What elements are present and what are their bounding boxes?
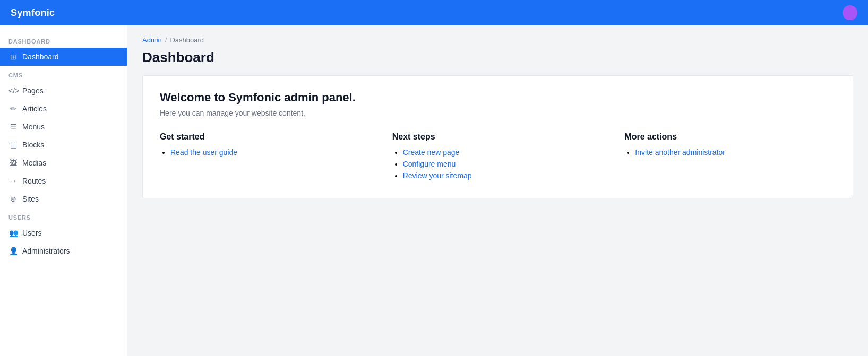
medias-icon: 🖼 xyxy=(8,159,18,167)
welcome-columns: Get startedRead the user guideNext steps… xyxy=(160,132,836,183)
sidebar-item-sites[interactable]: ⊛Sites xyxy=(0,190,127,208)
sites-icon: ⊛ xyxy=(8,195,18,203)
column-get-started: Get startedRead the user guide xyxy=(160,132,371,183)
sidebar-section-dashboard: DASHBOARD xyxy=(0,32,127,48)
pages-icon: </> xyxy=(8,86,18,95)
list-item: Configure menu xyxy=(403,160,604,168)
blocks-icon: ▦ xyxy=(8,141,18,149)
navbar: Symfonic xyxy=(0,0,868,25)
users-icon: 👥 xyxy=(8,229,18,237)
sidebar-item-pages[interactable]: </>Pages xyxy=(0,82,127,100)
welcome-card: Welcome to Symfonic admin panel. Here yo… xyxy=(142,75,853,198)
sidebar-item-medias[interactable]: 🖼Medias xyxy=(0,154,127,172)
main-content: Admin / Dashboard Dashboard Welcome to S… xyxy=(127,25,868,356)
breadcrumb-admin-link[interactable]: Admin xyxy=(142,36,162,44)
welcome-title: Welcome to Symfonic admin panel. xyxy=(160,91,836,105)
list-item: Review your sitemap xyxy=(403,171,604,180)
breadcrumb-separator: / xyxy=(165,36,167,44)
link-configure-menu[interactable]: Configure menu xyxy=(403,160,456,168)
sidebar-label-pages: Pages xyxy=(22,86,44,95)
column-next-steps: Next stepsCreate new pageConfigure menuR… xyxy=(392,132,604,183)
link-read-the-user-guide[interactable]: Read the user guide xyxy=(170,148,237,157)
layout: DASHBOARD⊞DashboardCMS</>Pages✏Articles☰… xyxy=(0,25,868,356)
sidebar-label-dashboard: Dashboard xyxy=(22,53,59,61)
column-more-actions: More actionsInvite another administrator xyxy=(624,132,836,183)
sidebar-label-blocks: Blocks xyxy=(22,141,44,149)
app-brand: Symfonic xyxy=(11,7,55,19)
breadcrumb: Admin / Dashboard xyxy=(142,36,853,44)
column-list-next-steps: Create new pageConfigure menuReview your… xyxy=(392,148,604,180)
link-create-new-page[interactable]: Create new page xyxy=(403,148,460,157)
sidebar-label-menus: Menus xyxy=(22,123,45,131)
sidebar-item-administrators[interactable]: 👤Administrators xyxy=(0,242,127,260)
administrators-icon: 👤 xyxy=(8,247,18,255)
sidebar-label-users: Users xyxy=(22,229,42,237)
articles-icon: ✏ xyxy=(8,105,18,113)
sidebar-item-menus[interactable]: ☰Menus xyxy=(0,118,127,136)
column-heading-get-started: Get started xyxy=(160,132,371,142)
sidebar-section-users: USERS xyxy=(0,208,127,224)
routes-icon: ↔ xyxy=(8,177,18,185)
sidebar-label-medias: Medias xyxy=(22,159,46,167)
sidebar: DASHBOARD⊞DashboardCMS</>Pages✏Articles☰… xyxy=(0,25,127,356)
sidebar-section-cms: CMS xyxy=(0,66,127,82)
dashboard-icon: ⊞ xyxy=(8,53,18,61)
user-avatar[interactable] xyxy=(843,5,857,20)
sidebar-item-routes[interactable]: ↔Routes xyxy=(0,172,127,190)
list-item: Create new page xyxy=(403,148,604,157)
breadcrumb-current: Dashboard xyxy=(170,36,204,44)
column-heading-next-steps: Next steps xyxy=(392,132,604,142)
link-invite-another-administrator[interactable]: Invite another administrator xyxy=(635,148,725,157)
page-title: Dashboard xyxy=(142,49,853,66)
list-item: Invite another administrator xyxy=(635,148,836,157)
sidebar-label-administrators: Administrators xyxy=(22,247,70,255)
sidebar-label-sites: Sites xyxy=(22,195,39,203)
column-heading-more-actions: More actions xyxy=(624,132,836,142)
list-item: Read the user guide xyxy=(170,148,371,157)
welcome-subtitle: Here you can manage your website content… xyxy=(160,109,836,117)
sidebar-item-blocks[interactable]: ▦Blocks xyxy=(0,136,127,154)
sidebar-label-articles: Articles xyxy=(22,105,47,113)
column-list-more-actions: Invite another administrator xyxy=(624,148,836,157)
column-list-get-started: Read the user guide xyxy=(160,148,371,157)
sidebar-item-users[interactable]: 👥Users xyxy=(0,224,127,242)
link-review-your-sitemap[interactable]: Review your sitemap xyxy=(403,171,472,180)
sidebar-item-articles[interactable]: ✏Articles xyxy=(0,100,127,118)
menus-icon: ☰ xyxy=(8,123,18,131)
sidebar-item-dashboard[interactable]: ⊞Dashboard xyxy=(0,48,127,66)
sidebar-label-routes: Routes xyxy=(22,177,46,185)
